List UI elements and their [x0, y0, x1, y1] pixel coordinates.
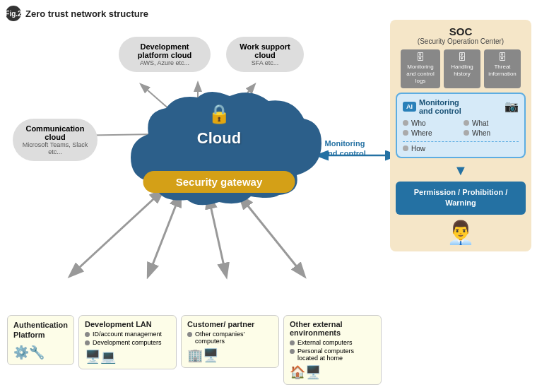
communication-cloud: Communication cloud Microsoft Teams, Sla… — [13, 119, 98, 161]
customer-item-1: Other companies' computers — [187, 331, 273, 345]
comm-cloud-detail: Microsoft Teams, Slack etc... — [20, 141, 90, 155]
lock-icon: 🔒 — [208, 103, 230, 125]
dev-lan-title: Development LAN — [85, 320, 170, 328]
fig-label: Fig.2 Zero trust network structure — [6, 6, 148, 21]
comm-cloud-name: Communication cloud — [20, 124, 90, 141]
other-external-title: Other external environments — [290, 320, 375, 337]
soc-icons-row: 🗄 Monitoring and control logs 🗄 Handling… — [396, 49, 526, 88]
monitoring-title: Monitoringand control — [419, 98, 461, 115]
bottom-section: Authentication Platform ⚙️🔧 Development … — [0, 315, 389, 385]
auth-platform-box: Authentication Platform ⚙️🔧 — [7, 315, 74, 365]
monitoring-arrow-label: Monitoringand control — [324, 138, 366, 159]
work-cloud-detail: SFA etc... — [235, 59, 295, 66]
monitoring-item-what: What — [464, 119, 519, 127]
soc-handling-icon: 🗄 Handling history — [444, 49, 480, 88]
security-gateway-label: Security gateway — [143, 171, 295, 193]
other-external-box: Other external environments External com… — [283, 315, 382, 385]
fig-number: Fig.2 — [6, 6, 21, 21]
auth-platform-title: Authentication Platform — [13, 320, 68, 340]
customer-box: Customer/ partner Other companies' compu… — [181, 315, 279, 368]
monitoring-box: AI Monitoringand control 📷 Who What Wher… — [396, 93, 526, 158]
dev-lan-icon: 🖥️💻 — [85, 349, 170, 364]
dev-cloud-name: Development platform cloud — [127, 42, 202, 59]
cloud-label: Cloud — [197, 129, 241, 148]
fig-title: Zero trust network structure — [25, 8, 148, 19]
dev-lan-item-2: Development computers — [85, 339, 170, 346]
soc-threat-icon: 🗄 Threat information — [484, 49, 521, 88]
svg-line-6 — [208, 196, 226, 275]
dev-lan-box: Development LAN ID/account management De… — [78, 315, 177, 369]
soc-title: SOC — [396, 25, 526, 37]
dev-cloud: Development platform cloud AWS, Azure et… — [119, 37, 211, 72]
soc-monitoring-icon: 🗄 Monitoring and control logs — [401, 49, 440, 88]
dev-lan-item-1: ID/account management — [85, 331, 170, 338]
person-icon: 👨‍💼 — [396, 219, 526, 246]
other-icon: 🏠🖥️ — [290, 364, 375, 380]
customer-title: Customer/ partner — [187, 320, 273, 328]
soc-panel: SOC (Security Operation Center) 🗄 Monito… — [390, 20, 531, 251]
monitoring-item-who: Who — [403, 119, 458, 127]
dev-cloud-detail: AWS, Azure etc... — [127, 59, 202, 66]
camera-icon: 📷 — [504, 100, 519, 113]
monitoring-item-how: How — [403, 145, 519, 153]
permission-box: Permission / Prohibition / Warning — [396, 182, 526, 215]
monitoring-item-when: When — [464, 129, 519, 137]
customer-icon: 🏢🖥️ — [187, 348, 273, 363]
down-arrow: ▼ — [396, 162, 526, 179]
ai-badge: AI — [403, 102, 416, 112]
monitoring-item-where: Where — [403, 129, 458, 137]
work-cloud: Work support cloud SFA etc... — [226, 37, 304, 72]
soc-subtitle: (Security Operation Center) — [396, 37, 526, 45]
other-item-2: Personal computers located at home — [290, 348, 375, 362]
main-cloud: 🔒 Cloud Security gateway — [117, 90, 321, 207]
work-cloud-name: Work support cloud — [235, 42, 295, 59]
auth-platform-icon: ⚙️🔧 — [13, 345, 68, 360]
svg-line-7 — [240, 196, 304, 275]
monitoring-header: AI Monitoringand control 📷 — [403, 98, 519, 115]
other-item-1: External computers — [290, 339, 375, 346]
